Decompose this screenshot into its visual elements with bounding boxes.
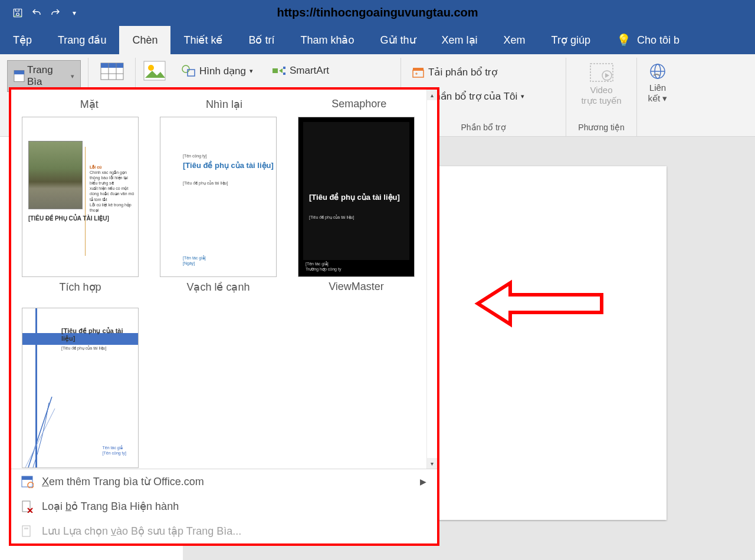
whisp-decoration bbox=[22, 397, 64, 467]
thumb-subtitle: [Tiêu đề phụ của tài liệu] bbox=[183, 161, 274, 170]
video-label-2: trực tuyến bbox=[581, 95, 621, 106]
remove-page-icon bbox=[21, 500, 34, 513]
tell-me-label: Cho tôi b bbox=[637, 34, 680, 47]
thumb-label-2: Vạch lề cạnh bbox=[186, 277, 250, 302]
tab-references[interactable]: Tham khảo bbox=[287, 26, 367, 54]
shapes-icon bbox=[182, 64, 196, 77]
media-group-label: Phương tiện bbox=[573, 121, 629, 134]
save-icon[interactable] bbox=[8, 4, 27, 22]
cover-page-gallery: Mặt Nhìn lại Semaphore Lỗi cúChính xác n… bbox=[9, 87, 439, 546]
smartart-icon bbox=[272, 65, 286, 77]
table-icon bbox=[100, 62, 124, 80]
svg-rect-5 bbox=[101, 63, 123, 68]
get-addins-button[interactable]: Tải phần bổ trợ bbox=[408, 64, 501, 81]
cover-thumb-tich-hop[interactable]: Lỗi cúChính xác ngắn gọn thông báo lỗi h… bbox=[22, 117, 139, 277]
svg-point-1 bbox=[17, 13, 19, 16]
svg-point-10 bbox=[148, 65, 154, 71]
tab-home[interactable]: Trang đầu bbox=[45, 26, 119, 54]
get-addins-label: Tải phần bổ trợ bbox=[428, 66, 497, 78]
save-selection-icon bbox=[21, 525, 34, 538]
svg-rect-15 bbox=[283, 73, 285, 75]
thumb-subtitle: [TIÊU ĐỀ PHỤ CỦA TÀI LIỆU] bbox=[28, 215, 109, 222]
tab-view[interactable]: Xem bbox=[491, 26, 539, 54]
tell-me[interactable]: 💡 Cho tôi b bbox=[603, 26, 680, 54]
gallery-scroll-up[interactable]: ▴ bbox=[427, 90, 437, 100]
table-button[interactable] bbox=[89, 60, 135, 83]
customize-qat-icon[interactable]: ▾ bbox=[65, 4, 84, 22]
svg-rect-13 bbox=[273, 68, 278, 73]
thumb-label-3: ViewMaster bbox=[329, 277, 384, 301]
svg-point-11 bbox=[182, 65, 189, 73]
undo-icon[interactable] bbox=[27, 4, 46, 22]
submenu-arrow-icon: ▶ bbox=[420, 477, 426, 486]
smartart-button[interactable]: SmartArt bbox=[268, 62, 333, 79]
link-label-1: Liên bbox=[649, 83, 666, 93]
online-video-button[interactable]: Videotrực tuyến bbox=[577, 60, 625, 108]
cover-thumb-whisp[interactable]: [Tiêu đề phụ của tài liệu] [Tiêu đề phụ … bbox=[22, 308, 139, 468]
thumb-label-1: Tích hợp bbox=[59, 277, 101, 302]
gallery-header-1: Mặt bbox=[22, 95, 157, 117]
remove-cover-page-label: Loại bỏ Trang Bìa Hiện hành bbox=[42, 500, 179, 513]
video-label-1: Video bbox=[590, 85, 612, 95]
my-addins-label: Phần bổ trợ của Tôi bbox=[428, 90, 517, 103]
video-icon bbox=[589, 62, 614, 83]
chevron-down-icon: ▾ bbox=[71, 73, 74, 80]
svg-rect-20 bbox=[590, 64, 613, 81]
tab-layout[interactable]: Bố trí bbox=[235, 26, 287, 54]
remove-cover-page-item[interactable]: Loại bỏ Trang Bìa Hiện hành bbox=[11, 494, 437, 519]
tab-design[interactable]: Thiết kế bbox=[170, 26, 235, 54]
tab-mailings[interactable]: Gửi thư bbox=[367, 26, 429, 54]
thumb-label-4: Whisp bbox=[65, 468, 95, 469]
svg-rect-14 bbox=[283, 67, 285, 69]
store-icon bbox=[412, 67, 425, 78]
cover-thumb-vach-le-canh[interactable]: [Tên công ty] [Tiêu đề phụ của tài liệu]… bbox=[160, 117, 277, 277]
watermark-url: https://tinhocngoainguvungtau.com bbox=[277, 6, 478, 19]
thumb-subtitle: [Tiêu đề phụ của tài liệu] bbox=[309, 193, 403, 203]
link-icon bbox=[649, 62, 667, 80]
redo-icon[interactable] bbox=[46, 4, 65, 22]
svg-rect-26 bbox=[22, 476, 32, 480]
svg-rect-3 bbox=[14, 71, 24, 75]
page-icon bbox=[14, 70, 25, 83]
tab-insert[interactable]: Chèn bbox=[119, 26, 170, 54]
annotation-arrow bbox=[472, 271, 608, 336]
svg-rect-16 bbox=[413, 70, 424, 77]
svg-rect-32 bbox=[24, 528, 28, 529]
chevron-down-icon: ▾ bbox=[521, 93, 524, 100]
gallery-header-2: Nhìn lại bbox=[157, 95, 292, 117]
link-button[interactable]: Liênkết ▾ bbox=[635, 60, 681, 106]
shapes-label: Hình dạng bbox=[199, 65, 246, 77]
tab-help[interactable]: Trợ giúp bbox=[539, 26, 603, 54]
more-cover-pages-label: Xem thêm Trang bìa từ Office.com bbox=[42, 475, 204, 488]
tab-review[interactable]: Xem lại bbox=[429, 26, 491, 54]
pictures-icon[interactable] bbox=[143, 60, 166, 81]
gallery-header-3: Semaphore bbox=[291, 95, 426, 117]
chevron-down-icon: ▾ bbox=[250, 67, 253, 75]
tab-file[interactable]: Tệp bbox=[0, 26, 45, 54]
svg-rect-17 bbox=[413, 68, 424, 71]
cover-thumb-viewmaster[interactable]: [Tiêu đề phụ của tài liệu] [Tiêu đề phụ … bbox=[298, 117, 415, 277]
shapes-button[interactable]: Hình dạng ▾ bbox=[178, 62, 257, 80]
save-selection-item: Lưu Lựa chọn vào Bộ sưu tập Trang Bìa... bbox=[11, 519, 437, 543]
lightbulb-icon: 💡 bbox=[616, 33, 631, 47]
link-label-2: kết bbox=[648, 93, 661, 103]
gallery-scroll-down[interactable]: ▾ bbox=[427, 458, 437, 469]
save-selection-label: Lưu Lựa chọn vào Bộ sưu tập Trang Bìa... bbox=[42, 525, 241, 538]
office-icon bbox=[21, 475, 34, 488]
thumb-subtitle: [Tiêu đề phụ của tài liệu] bbox=[61, 327, 138, 342]
more-cover-pages-item[interactable]: Xem thêm Trang bìa từ Office.com ▶ bbox=[11, 469, 437, 494]
smartart-label: SmartArt bbox=[290, 65, 329, 77]
cover-page-label: Trang Bìa bbox=[27, 64, 68, 88]
svg-rect-31 bbox=[22, 526, 30, 536]
